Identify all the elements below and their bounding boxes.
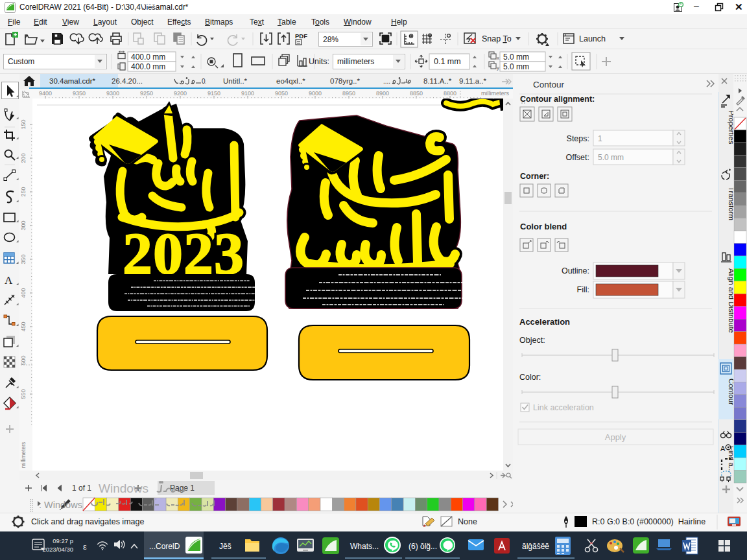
svg-text:A: A [5,274,13,286]
svg-text:Acceleration: Acceleration [519,317,570,327]
svg-text:. Windows: . Windows [39,500,82,510]
svg-text:Jěš: Jěš [219,542,231,551]
svg-text:Contour: Contour [728,379,733,405]
svg-text:None: None [458,517,477,526]
svg-text:5.0 mm: 5.0 mm [598,153,624,162]
svg-text:9400: 9400 [39,90,52,97]
svg-text:8800: 8800 [444,90,456,97]
svg-text:Object:: Object: [519,336,545,345]
svg-text:millimeters: millimeters [20,442,27,469]
svg-text:Align and Distribute: Align and Distribute [728,268,733,333]
svg-text:Contour: Contour [533,80,565,89]
svg-text:Color:: Color: [519,373,541,382]
svg-text:5.0 mm: 5.0 mm [503,52,529,62]
svg-text:200: 200 [20,153,27,163]
svg-text:1: 1 [598,134,602,143]
svg-text:2023/04/30: 2023/04/30 [42,546,73,553]
svg-text:9100: 9100 [241,90,254,97]
svg-text:150: 150 [20,119,27,129]
svg-text:....: .... [383,78,390,85]
svg-text:ε: ε [83,542,87,552]
svg-text:8850: 8850 [410,90,423,97]
svg-text:350: 350 [20,254,27,264]
svg-text:Link acceleration: Link acceleration [533,403,594,412]
svg-text:Fill:: Fill: [577,285,589,294]
svg-text:0..*: 0..* [202,78,206,85]
svg-text:millimeters: millimeters [481,90,510,97]
svg-text:9200: 9200 [174,90,187,97]
svg-text:Steps:: Steps: [567,134,589,143]
svg-text:400.0 mm: 400.0 mm [131,52,165,62]
svg-text:Windows: Windows [99,482,148,495]
svg-text:...CorelD: ...CorelD [149,542,180,551]
svg-text:9300: 9300 [106,90,119,97]
svg-text:9000: 9000 [309,90,322,97]
svg-text:550: 550 [20,389,27,399]
svg-text:9350: 9350 [73,90,86,97]
svg-text:400: 400 [20,288,27,298]
svg-text:Apply: Apply [605,432,626,442]
svg-text:Launch: Launch [579,34,606,43]
svg-text:PDF: PDF [295,32,307,40]
svg-text:ālĝāŝěē: ālĝāŝěē [522,542,549,551]
svg-text:Offset:: Offset: [565,153,589,162]
svg-text:5.0 mm: 5.0 mm [503,62,529,71]
svg-text:9150: 9150 [208,90,220,97]
svg-text:Snap To: Snap To [482,34,512,43]
svg-text:Whats...: Whats... [350,542,379,551]
svg-text:Color blend: Color blend [520,222,567,231]
svg-text:y: y [497,65,499,71]
svg-text:9050: 9050 [275,90,288,97]
svg-text:R:0 G:0 B:0 (#000000) Hairlin: R:0 G:0 B:0 (#000000) Hairline [592,517,706,526]
svg-text:Transform: Transform [728,187,733,220]
svg-text:Contour alignment:: Contour alignment: [520,95,595,104]
svg-text:(6) ōlğ...: (6) ōlğ... [409,542,437,551]
svg-text:Click and drag navigates image: Click and drag navigates image [31,517,144,526]
svg-text:09:27 p: 09:27 p [53,537,73,544]
svg-text:Corner:: Corner: [520,172,549,181]
svg-text:Properties: Properties [728,110,733,145]
svg-text:8900: 8900 [376,90,389,97]
svg-text:400.0 mm: 400.0 mm [131,62,165,71]
svg-text:1 of 1: 1 of 1 [72,484,91,493]
svg-text:Units:: Units: [309,57,329,66]
svg-text:450: 450 [20,321,27,331]
svg-text:250: 250 [20,187,27,196]
svg-text:A: A [720,445,726,452]
svg-text:8950: 8950 [342,90,355,97]
svg-text:500: 500 [20,355,27,365]
svg-text:9250: 9250 [140,90,153,97]
svg-text:x: x [497,55,499,61]
svg-text:Outline:: Outline: [562,266,589,275]
svg-text:0.1 mm: 0.1 mm [434,57,461,66]
svg-text:300: 300 [20,220,27,230]
